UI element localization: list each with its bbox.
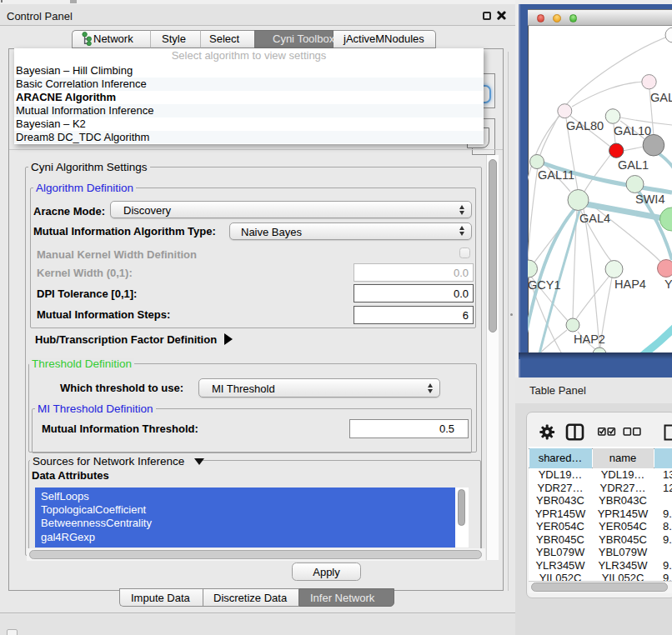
svg-text:GAL4: GAL4 bbox=[579, 212, 610, 225]
svg-text:GAL10: GAL10 bbox=[614, 124, 651, 138]
svg-text:GAL80: GAL80 bbox=[566, 119, 604, 132]
svg-text:Y: Y bbox=[664, 278, 672, 291]
svg-text:HAP4: HAP4 bbox=[614, 278, 646, 291]
svg-text:GCY1: GCY1 bbox=[528, 278, 561, 292]
svg-text:GAL8: GAL8 bbox=[650, 91, 672, 104]
svg-text:GAL11: GAL11 bbox=[538, 168, 574, 182]
svg-text:HAP2: HAP2 bbox=[574, 332, 605, 346]
svg-text:GAL1: GAL1 bbox=[618, 158, 649, 172]
svg-text:SWI4: SWI4 bbox=[635, 192, 664, 206]
